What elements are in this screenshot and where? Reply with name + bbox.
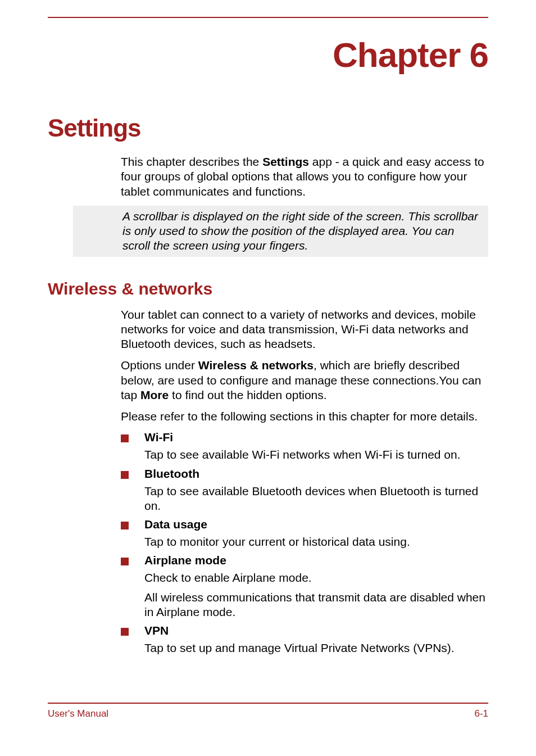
page-content: Chapter 6 Settings This chapter describe… [0,0,536,655]
note-content: A scrollbar is displayed on the right si… [122,210,478,252]
intro-bold: Settings [262,155,309,168]
footer-row: User's Manual 6-1 [48,708,488,719]
list-item: Airplane modeCheck to enable Airplane mo… [121,554,488,619]
square-bullet-icon [121,434,129,442]
square-bullet-icon [121,628,129,636]
note-box: A scrollbar is displayed on the right si… [73,206,488,257]
intro-paragraph: This chapter describes the Settings app … [121,155,488,199]
wn-p2-bold1: Wireless & networks [198,359,314,372]
list-item-label: Wi-Fi [144,431,173,444]
wn-para1: Your tablet can connect to a variety of … [121,307,488,352]
list-item-desc: Tap to see available Wi-Fi networks when… [144,447,488,462]
wn-p2-bold2: More [140,388,169,401]
note-text: A scrollbar is displayed on the right si… [73,206,488,257]
list-item-desc: Tap to monitor your current or historica… [144,535,488,549]
list-bullet-row: Data usage [121,518,488,531]
top-rule [48,17,488,18]
list-bullet-row: Bluetooth [121,467,488,481]
footer-right: 6-1 [474,708,488,719]
list-item-label: VPN [144,624,169,637]
options-list: Wi-FiTap to see available Wi-Fi networks… [48,431,488,655]
intro-prefix: This chapter describes the [121,155,262,168]
list-item-desc: Check to enable Airplane mode. [144,571,488,585]
list-item: VPNTap to set up and manage Virtual Priv… [121,624,488,655]
footer-rule [48,703,488,704]
page-footer: User's Manual 6-1 [48,703,488,719]
square-bullet-icon [121,471,129,479]
wn-para2: Options under Wireless & networks, which… [121,358,488,402]
list-bullet-row: Airplane mode [121,554,488,567]
list-item-desc: Tap to see available Bluetooth devices w… [144,484,488,514]
list-bullet-row: VPN [121,624,488,637]
list-item-desc: Tap to set up and manage Virtual Private… [144,641,488,655]
list-item-label: Data usage [144,518,207,531]
list-item: BluetoothTap to see available Bluetooth … [121,467,488,514]
list-item-label: Airplane mode [144,554,226,567]
list-item: Data usageTap to monitor your current or… [121,518,488,549]
list-item-desc: All wireless communications that transmi… [144,590,488,620]
subsection-title: Wireless & networks [48,279,488,298]
list-bullet-row: Wi-Fi [121,431,488,444]
square-bullet-icon [121,558,129,565]
list-item: Wi-FiTap to see available Wi-Fi networks… [121,431,488,462]
section-title: Settings [48,114,488,142]
wn-p2-suffix: to find out the hidden options. [169,388,326,401]
footer-left: User's Manual [48,708,108,719]
wn-para3: Please refer to the following sections i… [121,409,488,424]
list-item-label: Bluetooth [144,467,199,481]
wn-p2-prefix: Options under [121,359,198,372]
square-bullet-icon [121,522,129,529]
chapter-title: Chapter 6 [48,35,488,75]
